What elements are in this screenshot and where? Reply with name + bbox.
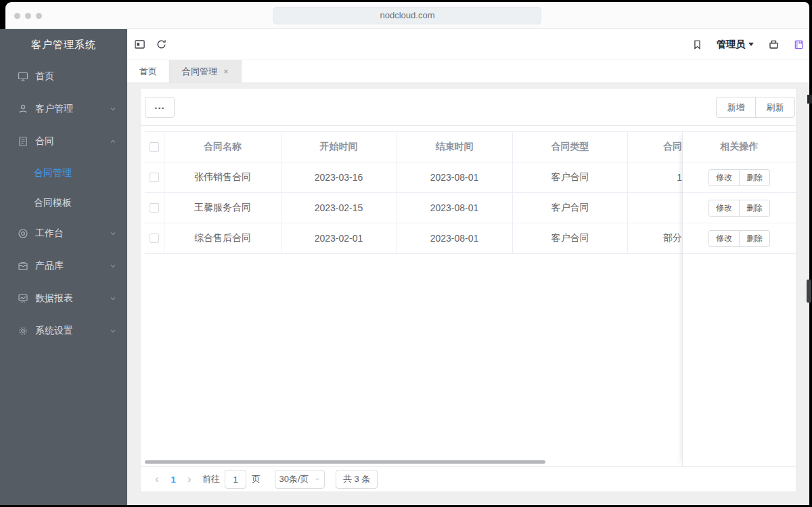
column-header-start: 开始时间 (281, 132, 397, 162)
scrollbar-nub (807, 95, 812, 104)
row-actions: 修改 删除 (683, 162, 796, 193)
cell-contract-type: 客户合同 (513, 193, 628, 223)
sidebar-item-reports[interactable]: 数据报表 (0, 282, 127, 315)
cell-end-date: 2023-08-01 (397, 162, 513, 192)
top-toolbar: 管理员 (127, 29, 809, 60)
bookmark-icon[interactable] (692, 39, 702, 50)
edit-button[interactable]: 修改 (708, 200, 740, 217)
cell-start-date: 2023-02-01 (281, 223, 397, 253)
cell-contract-name: 王馨服务合同 (164, 193, 281, 223)
sidebar-item-products[interactable]: 产品库 (0, 250, 127, 282)
chevron-down-icon (109, 105, 117, 113)
add-button[interactable]: 新增 (716, 97, 756, 118)
window-close-button[interactable] (14, 13, 20, 19)
report-icon (18, 293, 28, 304)
box-icon (18, 261, 28, 271)
refresh-button[interactable]: 刷新 (755, 97, 795, 118)
select-all-checkbox[interactable] (150, 142, 159, 152)
app-window: 客户管理系统 首页 客户管理 合同 合同管理 合同模板 工作台 产品库 (0, 29, 809, 505)
sidebar-item-label: 数据报表 (35, 292, 73, 305)
window-maximize-button[interactable] (36, 13, 42, 19)
admin-menu[interactable]: 管理员 (717, 39, 754, 51)
horizontal-scrollbar[interactable] (145, 460, 545, 464)
page-size-select[interactable]: 30条/页 (275, 470, 325, 489)
page-number[interactable]: 1 (165, 475, 181, 485)
print-icon[interactable] (768, 39, 780, 50)
sidebar-item-contracts[interactable]: 合同 (0, 125, 127, 158)
window-minimize-button[interactable] (25, 13, 31, 19)
chevron-down-icon (109, 327, 117, 335)
tab-home[interactable]: 首页 (127, 60, 170, 83)
cell-start-date: 2023-03-16 (281, 162, 397, 192)
sidebar-item-workbench[interactable]: 工作台 (0, 217, 127, 250)
pagination-bar: ‹ 1 › 前往 页 30条/页 共 3 条 (141, 466, 796, 491)
document-icon (18, 136, 28, 147)
chevron-down-icon (314, 476, 321, 483)
vertical-scrollbar-thumb[interactable] (807, 280, 811, 303)
edit-button[interactable]: 修改 (708, 169, 740, 186)
cell-clipped: 部分 (628, 223, 682, 253)
contract-table: 合同名称 开始时间 结束时间 合同类型 合同 张伟销售合同 2023-03-16… (141, 126, 796, 466)
row-checkbox[interactable] (150, 234, 159, 243)
column-header-end: 结束时间 (397, 132, 513, 162)
address-bar[interactable]: nodcloud.com (273, 7, 541, 24)
sidebar-item-label: 客户管理 (35, 103, 73, 115)
column-header-actions: 相关操作 (683, 131, 796, 162)
app-title: 客户管理系统 (0, 29, 127, 60)
panel-toolbar: ... 新增 刷新 (141, 89, 796, 126)
cell-contract-type: 客户合同 (513, 223, 628, 253)
page-unit-label: 页 (252, 473, 261, 485)
monitor-icon (18, 71, 28, 82)
row-checkbox[interactable] (150, 203, 159, 213)
tab-label: 合同管理 (182, 66, 217, 78)
content-area: ... 新增 刷新 合同名称 开始时间 结束时间 合同类型 (127, 83, 809, 505)
cell-clipped: 1 (628, 162, 682, 192)
page-size-value: 30条/页 (279, 473, 309, 485)
next-page-button[interactable]: › (181, 473, 198, 485)
delete-button[interactable]: 删除 (739, 169, 770, 186)
window-controls[interactable] (14, 13, 42, 19)
chevron-down-icon (109, 229, 117, 238)
sidebar-item-contract-management[interactable]: 合同管理 (0, 158, 127, 188)
close-icon[interactable]: × (223, 66, 229, 76)
row-actions: 修改 删除 (683, 193, 796, 223)
goto-label: 前往 (202, 473, 220, 485)
delete-button[interactable]: 删除 (739, 200, 770, 217)
collapse-sidebar-icon[interactable] (134, 39, 145, 50)
browser-chrome: nodcloud.com (5, 2, 809, 29)
sidebar-item-contract-templates[interactable]: 合同模板 (0, 188, 127, 217)
fixed-actions-column: 相关操作 修改 删除 修改 删除 (682, 131, 796, 466)
tab-label: 首页 (139, 66, 157, 78)
gear-icon (18, 326, 28, 336)
goto-page-input[interactable] (225, 470, 246, 489)
cell-contract-name: 综合售后合同 (164, 223, 281, 253)
prev-page-button[interactable]: ‹ (149, 473, 165, 485)
sidebar-item-label: 合同 (35, 135, 54, 148)
sidebar-item-label: 系统设置 (35, 325, 73, 337)
column-header-clipped: 合同 (628, 132, 682, 162)
chevron-down-icon (109, 294, 117, 303)
dashboard-icon (18, 228, 28, 239)
row-checkbox[interactable] (150, 173, 159, 182)
sidebar: 客户管理系统 首页 客户管理 合同 合同管理 合同模板 工作台 产品库 (0, 29, 127, 505)
total-count-badge: 共 3 条 (336, 470, 378, 489)
contract-panel: ... 新增 刷新 合同名称 开始时间 结束时间 合同类型 (140, 88, 796, 492)
caret-down-icon (748, 43, 754, 46)
more-actions-button[interactable]: ... (145, 97, 175, 118)
admin-label: 管理员 (717, 39, 745, 51)
cell-clipped (628, 193, 682, 223)
delete-button[interactable]: 删除 (739, 230, 770, 247)
cell-contract-name: 张伟销售合同 (164, 162, 281, 192)
sidebar-item-customers[interactable]: 客户管理 (0, 93, 127, 125)
cell-contract-type: 客户合同 (513, 162, 628, 192)
refresh-icon[interactable] (156, 39, 167, 50)
user-icon (18, 104, 28, 114)
toolbar-right-cluster: 管理员 (692, 39, 804, 51)
edit-button[interactable]: 修改 (708, 230, 740, 247)
tab-contract-management[interactable]: 合同管理 × (170, 60, 242, 83)
sidebar-item-home[interactable]: 首页 (0, 60, 127, 93)
sidebar-item-settings[interactable]: 系统设置 (0, 315, 127, 347)
panel-buttons: 新增 刷新 (716, 97, 795, 118)
notebook-icon[interactable] (794, 39, 804, 50)
sidebar-item-label: 首页 (35, 70, 54, 83)
